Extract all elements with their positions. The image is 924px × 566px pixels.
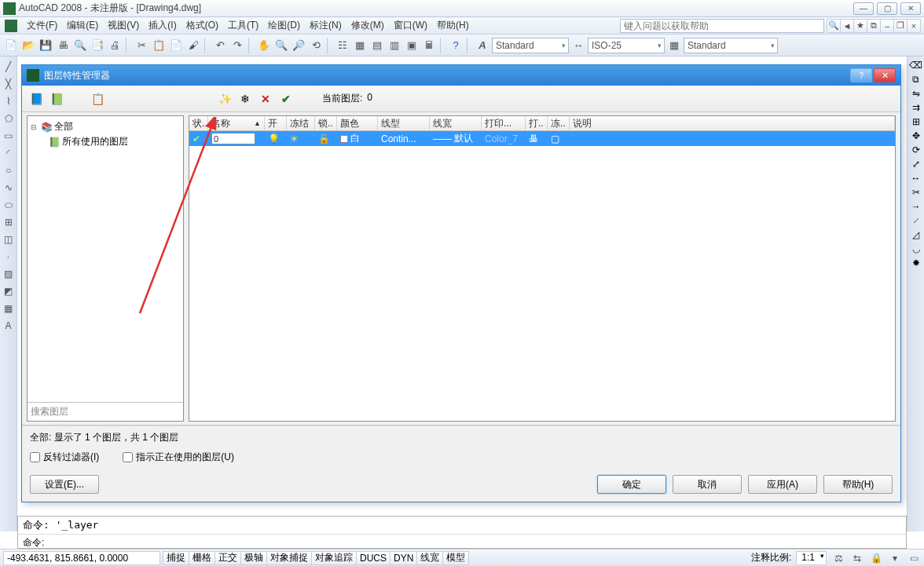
help-icon[interactable]: ? — [448, 38, 464, 53]
rect-icon[interactable]: ▭ — [2, 129, 16, 143]
cancel-button[interactable]: 取消 — [673, 475, 742, 494]
sun-icon[interactable]: ☀ — [290, 133, 299, 144]
menu-insert[interactable]: 插入(I) — [144, 17, 181, 34]
toggle-model[interactable]: 模型 — [442, 551, 469, 565]
toggle-lwt[interactable]: 线宽 — [416, 551, 443, 565]
text-style-icon[interactable]: A — [475, 38, 490, 53]
indicate-in-use-checkbox[interactable]: 指示正在使用的图层(U) — [123, 451, 234, 464]
col-freeze[interactable]: 冻结 — [287, 116, 315, 130]
search-layer-input[interactable]: 搜索图层 — [28, 402, 183, 421]
ok-button[interactable]: 确定 — [597, 475, 666, 494]
mirror-icon[interactable]: ⇋ — [912, 88, 920, 99]
menu-modify[interactable]: 修改(M) — [346, 17, 389, 34]
extend-icon[interactable]: → — [911, 201, 921, 212]
hatch-icon[interactable]: ▨ — [2, 267, 16, 281]
scale-icon[interactable]: ⤢ — [912, 159, 920, 170]
design-center-icon[interactable]: ▦ — [352, 38, 368, 53]
publish-icon[interactable]: 📑 — [90, 38, 105, 53]
menu-edit[interactable]: 编辑(E) — [62, 17, 103, 34]
delete-layer-icon[interactable]: ✕ — [258, 91, 273, 107]
array-icon[interactable]: ⊞ — [912, 116, 920, 127]
help-search-box[interactable] — [620, 19, 824, 33]
zoom-rt-icon[interactable]: 🔍 — [273, 38, 289, 53]
arc-icon[interactable]: ◜ — [2, 146, 16, 160]
lineweight-cell[interactable]: —— 默认 — [430, 132, 482, 145]
mtext-icon[interactable]: A — [2, 319, 16, 333]
dialog-help-button[interactable]: ? — [850, 68, 872, 82]
nav-back-icon[interactable]: ◄ — [840, 19, 854, 33]
doc-minimize-icon[interactable]: – — [880, 19, 894, 33]
col-lock[interactable]: 锁.. — [315, 116, 337, 130]
minimize-button[interactable]: — — [853, 2, 874, 15]
col-lineweight[interactable]: 线宽 — [430, 116, 482, 130]
col-vpfreeze[interactable]: 冻.. — [548, 116, 570, 130]
menu-view[interactable]: 视图(V) — [103, 17, 144, 34]
lock-open-icon[interactable]: 🔓 — [318, 133, 330, 144]
layer-states-icon[interactable]: 📋 — [90, 91, 105, 107]
toggle-ducs[interactable]: DUCS — [356, 551, 390, 565]
table-icon[interactable]: ▦ — [2, 301, 16, 316]
zoom-prev-icon[interactable]: ⟲ — [308, 38, 324, 53]
anno-vis-icon[interactable]: ⚖ — [831, 551, 845, 565]
undo-icon[interactable]: ↶ — [212, 38, 228, 53]
help-search-input[interactable] — [624, 20, 820, 31]
save-icon[interactable]: 💾 — [38, 38, 53, 53]
dialog-close-button[interactable]: ✕ — [874, 68, 896, 82]
redo-icon[interactable]: ↷ — [229, 38, 245, 53]
menu-window[interactable]: 窗口(W) — [389, 17, 432, 34]
markup-icon[interactable]: ▣ — [404, 38, 420, 53]
new-icon[interactable]: 📄 — [3, 38, 19, 53]
menu-tools[interactable]: 工具(T) — [223, 17, 263, 34]
close-button[interactable]: ✕ — [900, 2, 921, 15]
fillet-icon[interactable]: ◡ — [912, 243, 920, 254]
tree-child-row[interactable]: 📗 所有使用的图层 — [31, 134, 180, 149]
paste-icon[interactable]: 📄 — [168, 38, 184, 53]
toggle-snap[interactable]: 捕捉 — [163, 551, 189, 565]
search-icon[interactable]: 🔍 — [827, 19, 841, 33]
calc-icon[interactable]: 🖩 — [421, 38, 437, 53]
tree-collapse-icon[interactable]: ⊟ — [31, 123, 38, 131]
col-name[interactable]: 名称▲ — [208, 116, 265, 130]
new-layer-frozen-icon[interactable]: ❄ — [237, 91, 253, 107]
table-style-dropdown[interactable]: Standard — [684, 38, 778, 53]
zoom-win-icon[interactable]: 🔎 — [291, 38, 306, 53]
vp-freeze-icon[interactable]: ▢ — [551, 133, 559, 144]
sheet-set-icon[interactable]: ▥ — [387, 38, 402, 53]
col-color[interactable]: 颜色 — [337, 116, 378, 130]
spline-icon[interactable]: ∿ — [2, 181, 16, 195]
chamfer-icon[interactable]: ◿ — [912, 229, 919, 240]
offset-icon[interactable]: ⇉ — [912, 102, 920, 113]
break-icon[interactable]: ⟋ — [911, 215, 921, 226]
toggle-osnap[interactable]: 对象捕捉 — [266, 551, 312, 565]
erase-icon[interactable]: ⌫ — [909, 60, 922, 71]
menu-help[interactable]: 帮助(H) — [432, 17, 474, 34]
ellipse-icon[interactable]: ⬭ — [2, 198, 16, 212]
text-style-dropdown[interactable]: Standard — [492, 38, 569, 53]
dialog-titlebar[interactable]: 图层特性管理器 ? ✕ — [22, 65, 900, 86]
info-icon[interactable]: ⧉ — [867, 19, 881, 33]
doc-restore-icon[interactable]: ❐ — [893, 19, 908, 33]
toggle-grid[interactable]: 栅格 — [189, 551, 215, 565]
toggle-dyn[interactable]: DYN — [390, 551, 417, 565]
maximize-button[interactable]: ▢ — [877, 2, 897, 15]
plot-icon[interactable]: 🖶 — [529, 133, 538, 144]
menu-file[interactable]: 文件(F) — [22, 17, 62, 34]
region-icon[interactable]: ◩ — [2, 284, 16, 298]
print-icon[interactable]: 🖶 — [55, 38, 71, 53]
insert-icon[interactable]: ⊞ — [2, 215, 16, 229]
col-plotstyle[interactable]: 打印... — [482, 116, 526, 130]
preview-icon[interactable]: 🔍 — [72, 38, 88, 53]
pan-icon[interactable]: ✋ — [256, 38, 272, 53]
tree-root-row[interactable]: ⊟ 📚 全部 — [31, 119, 180, 134]
col-linetype[interactable]: 线型 — [378, 116, 430, 130]
trim-icon[interactable]: ✂ — [912, 187, 920, 198]
col-on[interactable]: 开 — [265, 116, 287, 130]
dim-style-dropdown[interactable]: ISO-25 — [588, 38, 665, 53]
col-desc[interactable]: 说明 — [570, 116, 895, 130]
tool-palette-icon[interactable]: ▤ — [369, 38, 385, 53]
col-plot[interactable]: 打.. — [526, 116, 548, 130]
star-icon[interactable]: ★ — [853, 19, 867, 33]
menu-format[interactable]: 格式(O) — [182, 17, 223, 34]
copy-icon[interactable]: 📋 — [151, 38, 167, 53]
point-icon[interactable]: · — [2, 250, 16, 264]
